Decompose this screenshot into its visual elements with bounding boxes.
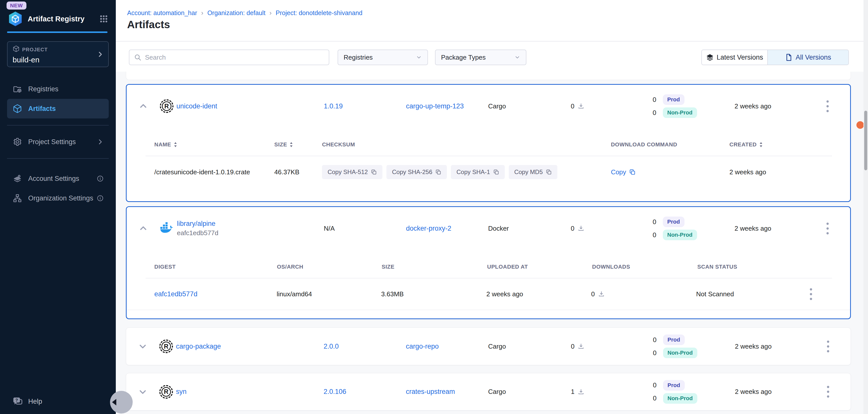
breadcrumb-project-link[interactable]: Project: donotdelete-shivanand <box>276 9 363 16</box>
sidebar-item-registries[interactable]: Registries <box>7 79 109 99</box>
sidebar-nav: Registries Artifacts Project <box>7 79 109 208</box>
digest-download-count: 0 <box>591 290 595 298</box>
sidebar-divider <box>7 158 109 159</box>
side-panel-handle[interactable] <box>857 121 864 129</box>
download-icon <box>578 225 585 232</box>
sidebar-item-project-settings[interactable]: Project Settings <box>7 132 109 152</box>
artifact-version-link[interactable]: 2.0.0 <box>323 343 339 350</box>
column-header: DIGEST <box>154 264 277 270</box>
digest-link[interactable]: eafc1edb577d <box>154 290 197 298</box>
docker-icon <box>160 222 174 235</box>
info-icon[interactable] <box>97 195 104 202</box>
prod-badge: Prod <box>663 380 685 391</box>
breadcrumb-account-link[interactable]: Account: automation_har <box>127 9 197 16</box>
gear-icon <box>12 137 22 147</box>
column-header: DOWNLOAD COMMAND <box>611 141 727 148</box>
chevron-up-icon[interactable] <box>138 223 148 233</box>
artifacts-cube-icon <box>12 104 22 113</box>
last-updated: 2 weeks ago <box>735 225 820 232</box>
copy-checksum-button[interactable]: Copy SHA-256 <box>386 165 447 179</box>
sidebar-collapse-button[interactable] <box>110 391 133 414</box>
app-grid-icon[interactable] <box>99 14 108 23</box>
chevron-down-icon[interactable] <box>138 341 148 351</box>
package-type-label: Cargo <box>488 388 571 395</box>
file-name: /cratesunicode-ident-1.0.19.crate <box>154 168 274 176</box>
scrollbar-thumb[interactable] <box>864 111 867 170</box>
artifact-registry-link[interactable]: crates-upstream <box>406 388 455 395</box>
artifact-registry-link[interactable]: docker-proxy-2 <box>406 225 452 232</box>
info-icon[interactable] <box>97 175 104 182</box>
download-count: 0 <box>571 225 574 232</box>
chevron-down-icon <box>416 54 422 60</box>
column-header: UPLOADED AT <box>487 264 592 270</box>
nonprod-badge: Non-Prod <box>663 393 697 404</box>
package-types-filter-dropdown[interactable]: Package Types <box>435 49 526 65</box>
help-chat-icon: ? <box>12 396 23 407</box>
row-menu-button[interactable] <box>825 98 831 114</box>
all-versions-label: All Versions <box>796 54 831 61</box>
artifact-name-link[interactable]: library/alpine <box>177 220 218 228</box>
breadcrumb-organization-link[interactable]: Organization: default <box>208 9 266 16</box>
help-button[interactable]: ? Help <box>12 396 42 407</box>
column-header[interactable]: CREATED <box>727 141 832 148</box>
app-root: NEW Artifact Registry <box>0 0 868 414</box>
sidebar-item-account-settings[interactable]: Account Settings <box>7 169 109 188</box>
module-accent-underline <box>7 31 107 33</box>
file-size: 46.37KB <box>274 168 322 176</box>
artifact-name-link[interactable]: cargo-package <box>176 343 221 350</box>
sort-icon <box>174 142 177 148</box>
chevron-up-icon[interactable] <box>138 101 148 111</box>
toolbar: Registries Package Types <box>116 49 864 65</box>
latest-versions-button[interactable]: Latest Versions <box>702 50 768 65</box>
copy-icon <box>493 169 499 175</box>
header-divider <box>116 41 864 41</box>
row-menu-button[interactable] <box>825 384 831 400</box>
digest-menu-button[interactable] <box>808 286 814 302</box>
artifact-card: Rsyn 2.0.106 crates-upstream Cargo 1 0Pr… <box>126 373 851 411</box>
search-input[interactable] <box>145 54 324 61</box>
registries-filter-dropdown[interactable]: Registries <box>338 49 428 65</box>
sort-icon <box>759 142 763 148</box>
copy-checksum-button[interactable]: Copy MD5 <box>509 165 557 179</box>
app-header: Artifact Registry <box>7 11 108 27</box>
sidebar-item-organization-settings[interactable]: Organization Settings <box>7 188 109 208</box>
project-selector[interactable]: PROJECT build-en <box>7 41 109 67</box>
file-created: 2 weeks ago <box>727 168 832 176</box>
column-header[interactable]: SIZE <box>274 141 322 148</box>
registries-filter-label: Registries <box>344 54 373 61</box>
copy-checksum-button[interactable]: Copy SHA-1 <box>451 165 504 179</box>
sidebar-item-artifacts[interactable]: Artifacts <box>7 99 109 118</box>
latest-versions-label: Latest Versions <box>717 54 763 61</box>
artifact-card: library/alpineeafc1edb577d N/A docker-pr… <box>126 206 851 319</box>
artifact-name-link[interactable]: unicode-ident <box>177 102 217 110</box>
prod-count: 0 <box>653 218 658 226</box>
download-count: 1 <box>571 388 575 395</box>
artifact-version-link[interactable]: 1.0.19 <box>324 102 343 110</box>
nonprod-count: 0 <box>653 231 658 239</box>
project-label: PROJECT <box>22 47 48 53</box>
artifact-registry-link[interactable]: cargo-up-temp-123 <box>406 102 464 110</box>
column-header[interactable]: NAME <box>154 141 274 148</box>
sidebar-divider <box>7 125 109 126</box>
artifact-registry-link[interactable]: cargo-repo <box>406 343 439 350</box>
registries-folder-icon <box>12 84 22 94</box>
scrollbar-track[interactable] <box>864 0 868 414</box>
all-versions-button[interactable]: All Versions <box>768 50 848 65</box>
artifact-name-link[interactable]: syn <box>176 388 187 395</box>
copy-checksum-button[interactable]: Copy SHA-512 <box>322 165 382 179</box>
chevron-right-icon <box>97 138 104 145</box>
artifact-version-link[interactable]: 2.0.106 <box>323 388 346 395</box>
chevron-down-icon[interactable] <box>138 387 148 397</box>
layers-gear-icon <box>12 174 22 183</box>
sidebar: NEW Artifact Registry <box>0 0 116 414</box>
artifact-version-text: N/A <box>324 225 335 232</box>
copy-download-command-link[interactable]: Copy <box>611 168 636 176</box>
row-menu-button[interactable] <box>825 220 831 236</box>
package-type-label: Cargo <box>488 102 571 110</box>
scan-status: Not Scanned <box>696 290 790 298</box>
row-menu-button[interactable] <box>825 339 831 354</box>
chevron-right-icon: › <box>269 9 272 17</box>
sidebar-item-label: Artifacts <box>28 105 56 113</box>
nonprod-badge: Non-Prod <box>663 348 697 358</box>
chevron-down-icon <box>514 54 520 60</box>
